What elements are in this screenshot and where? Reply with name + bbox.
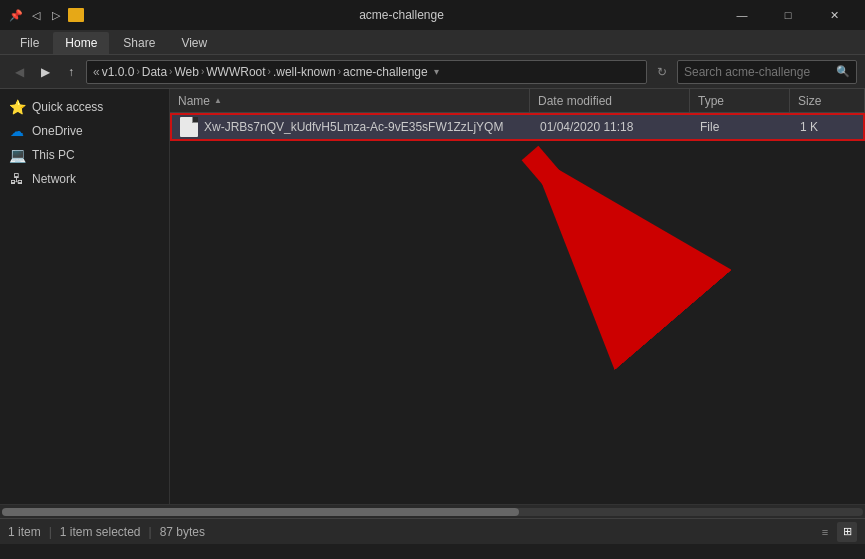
status-separator-1: | [49, 525, 52, 539]
tab-view[interactable]: View [169, 32, 219, 54]
column-headers: Name ▲ Date modified Type Size [170, 89, 865, 113]
ribbon-tabs: File Home Share View [0, 30, 865, 54]
file-list: Xw-JRBs7nQV_kUdfvH5Lmza-Ac-9vE35sFW1ZzLj… [170, 113, 865, 141]
col-header-size[interactable]: Size [790, 89, 865, 112]
col-header-date[interactable]: Date modified [530, 89, 690, 112]
path-arrow-3: › [201, 66, 204, 77]
path-segment-web: Web [174, 65, 198, 79]
col-type-label: Type [698, 94, 724, 108]
sidebar-item-this-pc[interactable]: 💻 This PC [0, 143, 169, 167]
pin-icon: 📌 [8, 7, 24, 23]
ribbon: File Home Share View [0, 30, 865, 55]
sidebar-label-this-pc: This PC [32, 148, 75, 162]
path-arrow-5: › [338, 66, 341, 77]
horizontal-scrollbar[interactable] [0, 504, 865, 518]
sidebar-item-network[interactable]: 🖧 Network [0, 167, 169, 191]
onedrive-icon: ☁ [8, 123, 26, 139]
up-button[interactable]: ↑ [60, 61, 82, 83]
svg-line-1 [530, 153, 650, 293]
col-name-label: Name [178, 94, 210, 108]
forward-button[interactable]: ▶ [34, 61, 56, 83]
tab-share[interactable]: Share [111, 32, 167, 54]
file-date-value: 01/04/2020 11:18 [540, 120, 633, 134]
search-icon: 🔍 [836, 65, 850, 78]
title-bar-icons: 📌 ◁ ▷ [8, 7, 84, 23]
path-segment-1: « [93, 65, 100, 79]
scrollbar-track [2, 508, 863, 516]
status-bar: 1 item | 1 item selected | 87 bytes ≡ ⊞ [0, 518, 865, 544]
status-item-count: 1 item [8, 525, 41, 539]
scrollbar-thumb[interactable] [2, 508, 519, 516]
sort-arrow-icon: ▲ [214, 96, 222, 105]
address-bar: ◀ ▶ ↑ « v1.0.0 › Data › Web › WWWRoot › … [0, 55, 865, 89]
col-size-label: Size [798, 94, 821, 108]
details-view-button[interactable]: ⊞ [837, 522, 857, 542]
sidebar-item-onedrive[interactable]: ☁ OneDrive [0, 119, 169, 143]
title-bar: 📌 ◁ ▷ acme-challenge — □ ✕ [0, 0, 865, 30]
status-file-size: 87 bytes [160, 525, 205, 539]
minimize-button[interactable]: — [719, 0, 765, 30]
path-arrow-4: › [268, 66, 271, 77]
path-segment-data: Data [142, 65, 167, 79]
file-name-cell: Xw-JRBs7nQV_kUdfvH5Lmza-Ac-9vE35sFW1ZzLj… [172, 115, 532, 139]
refresh-button[interactable]: ↻ [651, 61, 673, 83]
back-button[interactable]: ◀ [8, 61, 30, 83]
annotation-arrow [170, 113, 865, 413]
file-name-label: Xw-JRBs7nQV_kUdfvH5Lmza-Ac-9vE35sFW1ZzLj… [204, 120, 503, 134]
path-arrow-1: › [136, 66, 139, 77]
sidebar-label-quick-access: Quick access [32, 100, 103, 114]
this-pc-icon: 💻 [8, 147, 26, 163]
path-arrow-2: › [169, 66, 172, 77]
col-header-name[interactable]: Name ▲ [170, 89, 530, 112]
file-icon [180, 117, 198, 137]
sidebar-item-quick-access[interactable]: ⭐ Quick access [0, 95, 169, 119]
sidebar: ⭐ Quick access ☁ OneDrive 💻 This PC 🖧 Ne… [0, 89, 170, 504]
list-view-button[interactable]: ≡ [815, 522, 835, 542]
maximize-button[interactable]: □ [765, 0, 811, 30]
sidebar-label-onedrive: OneDrive [32, 124, 83, 138]
file-size-cell: 1 K [792, 115, 863, 139]
tab-home[interactable]: Home [53, 32, 109, 54]
file-date-cell: 01/04/2020 11:18 [532, 115, 692, 139]
back-small-icon: ◁ [28, 7, 44, 23]
path-segment-wellknown: .well-known [273, 65, 336, 79]
path-arrow-dropdown: ▾ [434, 66, 439, 77]
path-segment-acme: acme-challenge [343, 65, 428, 79]
status-separator-2: | [149, 525, 152, 539]
search-input[interactable] [684, 65, 832, 79]
tab-file[interactable]: File [8, 32, 51, 54]
file-size-value: 1 K [800, 120, 818, 134]
quick-access-icon: ⭐ [8, 99, 26, 115]
search-box[interactable]: 🔍 [677, 60, 857, 84]
window-title: acme-challenge [90, 8, 713, 22]
col-header-type[interactable]: Type [690, 89, 790, 112]
content-area: Name ▲ Date modified Type Size [170, 89, 865, 504]
window-controls: — □ ✕ [719, 0, 857, 30]
forward-small-icon: ▷ [48, 7, 64, 23]
path-segment-v1: v1.0.0 [102, 65, 135, 79]
folder-icon [68, 8, 84, 22]
address-path[interactable]: « v1.0.0 › Data › Web › WWWRoot › .well-… [86, 60, 647, 84]
network-icon: 🖧 [8, 171, 26, 187]
close-button[interactable]: ✕ [811, 0, 857, 30]
sidebar-label-network: Network [32, 172, 76, 186]
table-row[interactable]: Xw-JRBs7nQV_kUdfvH5Lmza-Ac-9vE35sFW1ZzLj… [170, 113, 865, 141]
view-controls: ≡ ⊞ [815, 522, 857, 542]
status-selected-info: 1 item selected [60, 525, 141, 539]
col-date-label: Date modified [538, 94, 612, 108]
file-type-value: File [700, 120, 719, 134]
path-segment-wwwroot: WWWRoot [206, 65, 265, 79]
file-type-cell: File [692, 115, 792, 139]
main-layout: ⭐ Quick access ☁ OneDrive 💻 This PC 🖧 Ne… [0, 89, 865, 504]
